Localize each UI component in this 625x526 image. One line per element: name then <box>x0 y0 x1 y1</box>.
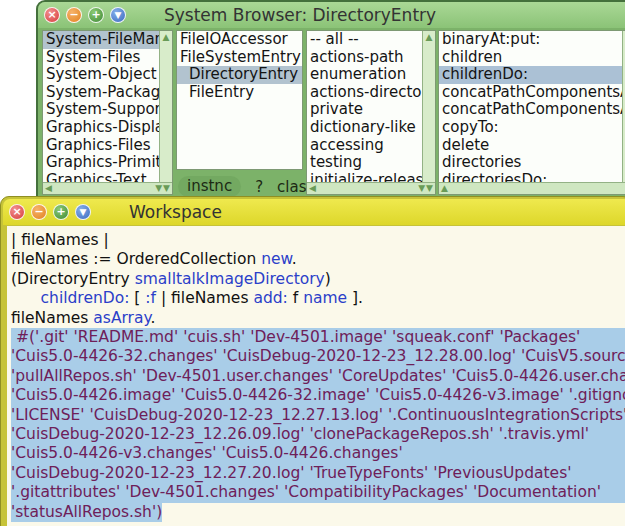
messages-list: binaryAt:put:childrenchildrenDo:concatPa… <box>439 31 622 182</box>
window-menu-icon[interactable]: ▼ <box>75 204 91 220</box>
result-line: 'CuisDebug-2020-12-23_12.26.09.log' 'clo… <box>11 425 625 444</box>
list-item[interactable]: Graphics-Primit <box>43 154 159 172</box>
list-item[interactable]: Graphics-Files <box>43 137 159 155</box>
list-item[interactable]: accessing <box>307 137 422 155</box>
result-line: 'CuisDebug-2020-12-23_12.27.20.log' 'Tru… <box>11 464 625 483</box>
result-line: 'statusAllRepos.sh') <box>11 503 625 522</box>
list-item[interactable]: directoriesDo: <box>439 172 622 182</box>
result-line: #('.git' 'README.md' 'cuis.sh' 'Dev-4501… <box>11 328 625 347</box>
result-line: 'Cuis5.0-4426-32.changes' 'CuisDebug-202… <box>11 347 625 366</box>
maximize-icon[interactable]: + <box>53 204 69 220</box>
horizontal-scrollbar[interactable]: ◀▼▼ <box>43 182 172 194</box>
scroll-down-icon[interactable]: ▼▼ <box>418 183 434 194</box>
maximize-icon[interactable]: + <box>88 7 104 23</box>
list-item[interactable]: initialize-release <box>307 172 422 182</box>
list-item[interactable]: FileIOAccessor <box>177 31 302 49</box>
code-line: fileNames asArray. <box>11 309 625 328</box>
system-browser-window: × − + ▼ System Browser: DirectoryEntry S… <box>36 0 625 204</box>
minimize-icon[interactable]: − <box>66 7 82 23</box>
result-line: '.gitattributes' 'Dev-4501.changes' 'Com… <box>11 483 625 502</box>
scroll-left-icon[interactable]: ◀ <box>309 183 316 194</box>
messages-pane: binaryAt:put:childrenchildrenDo:concatPa… <box>438 30 625 195</box>
scroll-left-icon[interactable]: ◀ <box>45 183 52 194</box>
workspace-code: | fileNames |fileNames := OrderedCollect… <box>11 231 625 328</box>
result-line: 'LICENSE' 'CuisDebug-2020-12-23_12.27.13… <box>11 406 625 425</box>
workspace-window-title: Workspace <box>129 202 222 222</box>
code-line: (DirectoryEntry smalltalkImageDirectory) <box>11 270 625 289</box>
list-item[interactable]: System-FileMan <box>43 31 159 49</box>
list-item[interactable]: -- all -- <box>307 31 422 49</box>
list-item[interactable]: concatPathComponentsA <box>439 101 622 119</box>
list-item[interactable]: FileEntry <box>177 84 302 102</box>
list-item[interactable]: copyTo: <box>439 119 622 137</box>
list-item[interactable]: delete <box>439 137 622 155</box>
list-item[interactable]: directories <box>439 154 622 172</box>
workspace-result-selection: #('.git' 'README.md' 'cuis.sh' 'Dev-4501… <box>11 328 625 522</box>
close-icon[interactable]: × <box>44 7 60 23</box>
list-item[interactable]: System-Files <box>43 49 159 67</box>
list-item[interactable]: childrenDo: <box>439 66 622 84</box>
list-item[interactable]: testing <box>307 154 422 172</box>
vertical-scrollbar[interactable]: ▲ <box>159 31 172 182</box>
list-item[interactable]: actions-path <box>307 49 422 67</box>
list-item[interactable]: DirectoryEntry <box>177 66 302 84</box>
workspace-titlebar[interactable]: × − + ▼ Workspace <box>3 199 625 225</box>
list-item[interactable]: System-Packag <box>43 84 159 102</box>
protocols-pane: -- all --actions-pathenumerationactions-… <box>306 30 436 195</box>
class-categories-pane: System-FileManSystem-FilesSystem-ObjectS… <box>42 30 173 195</box>
scroll-down-icon[interactable]: ▼▼ <box>155 183 171 194</box>
scroll-up-icon[interactable]: ▲ <box>160 31 172 43</box>
list-item[interactable]: System-Suppor <box>43 101 159 119</box>
instance-button[interactable]: instnc <box>178 176 241 197</box>
list-item[interactable]: System-Object <box>43 66 159 84</box>
list-item[interactable]: actions-directory <box>307 84 422 102</box>
browser-titlebar[interactable]: × − + ▼ System Browser: DirectoryEntry <box>38 2 625 28</box>
list-item[interactable]: Graphics-Text <box>43 172 159 182</box>
horizontal-scrollbar[interactable]: ◀▼▼ <box>307 182 435 194</box>
list-item[interactable]: private <box>307 101 422 119</box>
list-item[interactable]: Graphics-Displa <box>43 119 159 137</box>
close-icon[interactable]: × <box>9 204 25 220</box>
list-item[interactable]: binaryAt:put: <box>439 31 622 49</box>
browser-window-title: System Browser: DirectoryEntry <box>164 5 436 25</box>
list-item[interactable]: FileSystemEntry <box>177 49 302 67</box>
result-line: 'pullAllRepos.sh' 'Dev-4501.user.changes… <box>11 367 625 386</box>
window-menu-icon[interactable]: ▼ <box>110 7 126 23</box>
list-item[interactable]: children <box>439 49 622 67</box>
workspace-editor[interactable]: | fileNames |fileNames := OrderedCollect… <box>7 226 625 526</box>
list-item[interactable]: dictionary-like <box>307 119 422 137</box>
class-categories-list: System-FileManSystem-FilesSystem-ObjectS… <box>43 31 159 182</box>
workspace-window: × − + ▼ Workspace | fileNames |fileNames… <box>0 196 625 526</box>
classes-pane: FileIOAccessorFileSystemEntryDirectoryEn… <box>176 30 303 170</box>
vertical-scrollbar[interactable]: ▲ <box>422 31 435 182</box>
code-line: | fileNames | <box>11 231 625 250</box>
horizontal-scrollbar[interactable]: ▲ <box>439 182 625 194</box>
list-item[interactable]: enumeration <box>307 66 422 84</box>
scroll-left-icon[interactable]: ▲ <box>441 183 448 194</box>
minimize-icon[interactable]: − <box>31 204 47 220</box>
result-line: 'Cuis5.0-4426-v3.changes' 'Cuis5.0-4426.… <box>11 444 625 463</box>
code-line: childrenDo: [ :f | fileNames add: f name… <box>11 289 625 308</box>
classes-list: FileIOAccessorFileSystemEntryDirectoryEn… <box>177 31 302 169</box>
scroll-up-icon[interactable]: ▲ <box>423 31 435 43</box>
protocols-list: -- all --actions-pathenumerationactions-… <box>307 31 422 182</box>
list-item[interactable]: concatPathComponentsA <box>439 84 622 102</box>
result-line: 'Cuis5.0-4426.image' 'Cuis5.0-4426-32.im… <box>11 386 625 405</box>
code-line: fileNames := OrderedCollection new. <box>11 250 625 269</box>
comment-button[interactable]: ? <box>255 178 263 196</box>
